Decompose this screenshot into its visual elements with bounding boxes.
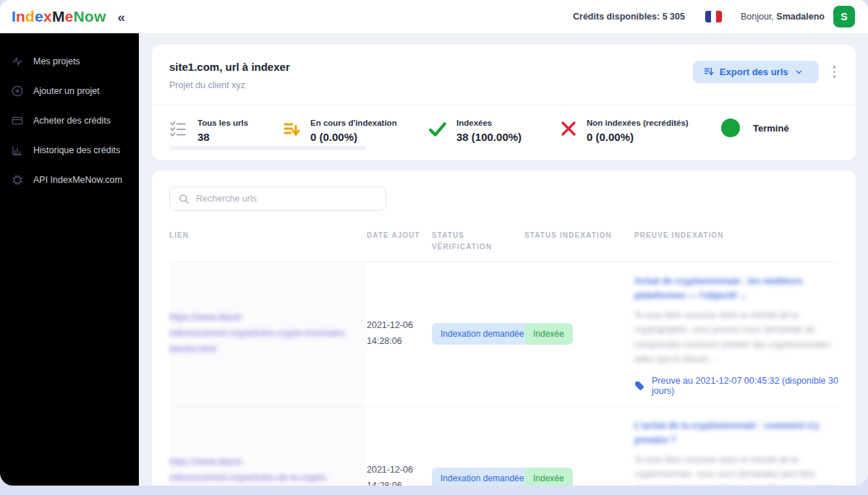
stat-en-cours: En cours d'indexation 0 (0.00%) [284, 119, 428, 143]
sidebar-item-label: Acheter des crédits [33, 116, 111, 126]
date-added: 2021-12-06 14:28:06 [367, 462, 432, 486]
greeting-text: Bonjour, [741, 12, 774, 22]
table-row: https://www.depot-referencement.org/arti… [169, 407, 838, 486]
more-options-kebab-menu[interactable] [830, 63, 839, 80]
proof-title-redacted: Achat de cryptomonnaie : les meilleurs p… [634, 274, 838, 303]
table-row: https://www.depot-referencement.org/arti… [169, 262, 838, 407]
sidebar-item-historique-credits[interactable]: Historique des crédits [0, 138, 139, 163]
search-input[interactable] [196, 194, 377, 204]
french-flag-icon[interactable] [705, 11, 722, 22]
proof-cell: Achat de cryptomonnaie : les meilleurs p… [634, 262, 838, 406]
chip-icon [12, 174, 23, 186]
bar-chart-icon [12, 145, 23, 156]
username: Smadaleno [776, 12, 825, 22]
proof-body-redacted: Si vous êtes nouveau dans le monde de la… [634, 308, 838, 367]
export-urls-button[interactable]: Export des urls [693, 61, 819, 83]
stat-label: Non indexées (recrédités) [587, 119, 689, 127]
project-subtitle: Projet du client xyz [169, 80, 290, 90]
stat-termine: Terminé [721, 119, 789, 137]
chevron-down-icon [795, 68, 803, 76]
credits-available: Crédits disponibles: 5 305 [573, 12, 685, 22]
status-indexation-badge: Indexée [524, 468, 573, 486]
credit-card-icon [12, 115, 23, 126]
proof-title-redacted: L'achat de la cryptomonnaie : comment s'… [634, 418, 838, 447]
user-avatar[interactable]: S [833, 6, 855, 27]
stat-value: 0 (0.00%) [310, 131, 397, 143]
logo[interactable]: IndexMeNow [12, 8, 106, 25]
proof-link[interactable]: Preuve au 2021-12-07 00:45:32 (disponibl… [634, 376, 838, 396]
stat-label: En cours d'indexation [310, 119, 397, 127]
stat-value: 38 [197, 131, 248, 143]
total-urls-progress-bar [169, 146, 366, 150]
urls-table-card: Lien Date ajout Status vérification Stat… [152, 171, 856, 486]
top-header: IndexMeNow « Crédits disponibles: 5 305 … [0, 0, 868, 33]
checklist-icon [169, 120, 188, 139]
activity-icon [12, 56, 23, 67]
column-header-date-ajout: Date ajout [367, 230, 432, 253]
export-button-label: Export des urls [720, 66, 788, 77]
sidebar-item-label: Mes projets [33, 56, 80, 66]
column-header-preuve-indexation: Preuve indexation [634, 230, 838, 253]
column-header-lien: Lien [169, 230, 367, 253]
stat-value: 0 (0.00%) [587, 131, 689, 143]
sidebar: Mes projets Ajouter un projet Acheter de… [0, 33, 139, 486]
stats-row: Tous les urls 38 En cours d'indexation 0… [169, 106, 838, 143]
sidebar-item-acheter-credits[interactable]: Acheter des crédits [0, 108, 139, 133]
column-header-status-indexation: Status indexation [524, 230, 634, 253]
check-icon [428, 120, 447, 139]
app-window: IndexMeNow « Crédits disponibles: 5 305 … [0, 0, 868, 486]
plus-circle-icon [12, 85, 23, 97]
tag-icon [634, 380, 645, 391]
stat-label: Tous les urls [197, 119, 248, 127]
sidebar-item-api[interactable]: API IndexMeNow.com [0, 168, 139, 192]
export-icon [703, 66, 714, 77]
sidebar-item-ajouter-projet[interactable]: Ajouter un projet [0, 79, 139, 103]
proof-cell: L'achat de la cryptomonnaie : comment s'… [634, 407, 838, 486]
stat-value: 38 (100.00%) [456, 131, 522, 143]
search-box [169, 186, 386, 211]
sidebar-item-label: Historique des crédits [33, 145, 120, 155]
url-link-redacted[interactable]: https://www.depot-referencement.org/arti… [169, 310, 348, 358]
sidebar-collapse-icon[interactable]: « [117, 10, 125, 24]
pending-download-icon [284, 120, 301, 137]
search-icon [179, 194, 190, 205]
cross-icon [560, 120, 577, 137]
status-verification-badge: Indexation demandée [432, 468, 532, 486]
status-done-circle-icon [721, 119, 740, 137]
proof-body-redacted: Si vous êtes nouveau dans le monde de la… [634, 452, 838, 486]
url-link-redacted[interactable]: https://www.depot-referencement.org/arti… [169, 455, 348, 486]
stat-non-indexees: Non indexées (recrédités) 0 (0.00%) [560, 119, 721, 143]
stat-total-urls: Tous les urls 38 [169, 119, 284, 143]
sidebar-item-label: API IndexMeNow.com [33, 175, 122, 185]
status-indexation-badge: Indexée [524, 323, 573, 345]
date-added: 2021-12-06 14:28:06 [367, 318, 432, 350]
stat-indexees: Indexées 38 (100.00%) [428, 119, 560, 143]
project-summary-card: site1.com, url à indexer Projet du clien… [152, 45, 856, 160]
stat-label: Indexées [456, 119, 522, 127]
page-title: site1.com, url à indexer [169, 61, 290, 73]
table-header-row: Lien Date ajout Status vérification Stat… [169, 230, 838, 262]
proof-link-label: Preuve au 2021-12-07 00:45:32 (disponibl… [652, 376, 838, 396]
column-header-status-verification: Status vérification [432, 230, 524, 253]
user-greeting: Bonjour, Smadaleno [741, 12, 825, 22]
sidebar-item-label: Ajouter un projet [33, 86, 100, 96]
sidebar-item-mes-projets[interactable]: Mes projets [0, 49, 139, 74]
stat-label: Terminé [753, 123, 789, 134]
main-content: site1.com, url à indexer Projet du clien… [139, 33, 868, 486]
status-verification-badge: Indexation demandée [432, 323, 532, 345]
